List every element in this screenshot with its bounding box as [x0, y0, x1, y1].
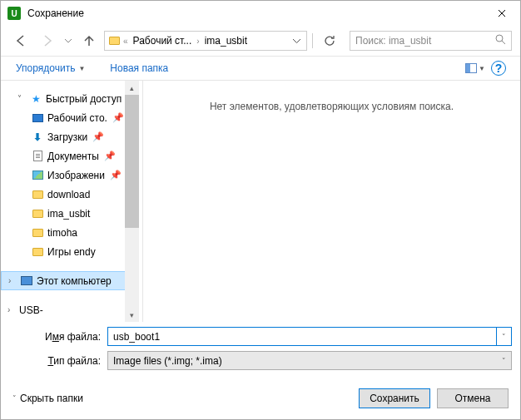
folder-icon	[31, 226, 44, 240]
tree-scrollbar[interactable]: ▴ ▾	[125, 81, 139, 322]
help-button[interactable]: ?	[487, 58, 510, 78]
expand-icon[interactable]: ›	[8, 276, 17, 285]
body: ˅ ★ Быстрый доступ Рабочий сто.📌⬇Загрузк…	[1, 81, 520, 322]
breadcrumb-prefix[interactable]: «	[122, 37, 130, 46]
pc-icon	[20, 274, 33, 288]
tree-quick-access[interactable]: ˅ ★ Быстрый доступ	[1, 89, 139, 108]
star-icon: ★	[29, 92, 42, 106]
arrow-left-icon	[14, 34, 27, 47]
filetype-label: Тип файла:	[9, 355, 107, 367]
expand-icon[interactable]: ›	[7, 305, 16, 314]
tree-item-label: Рабочий сто.	[47, 112, 107, 124]
tree-item[interactable]: ima_usbit	[1, 204, 139, 223]
download-icon: ⬇	[31, 131, 44, 144]
tree-label: USB-	[19, 304, 43, 316]
tree-item-label: ima_usbit	[47, 208, 90, 220]
back-button[interactable]	[9, 29, 32, 52]
tree-item[interactable]: download	[1, 185, 139, 204]
tree-this-pc[interactable]: › Этот компьютер	[1, 271, 139, 290]
hide-folders-button[interactable]: ˅ Скрыть папки	[12, 393, 83, 404]
tree-item-label: Документы	[47, 151, 99, 162]
tree-item[interactable]: Рабочий сто.📌	[1, 108, 139, 127]
tree-item-label: timoha	[47, 227, 77, 239]
tree-item[interactable]: Документы📌	[1, 146, 139, 166]
scroll-track[interactable]	[125, 95, 139, 308]
toolbar: Упорядочить ▼ Новая папка ▼ ?	[1, 56, 520, 81]
new-folder-button[interactable]: Новая папка	[105, 59, 173, 77]
pin-icon: 📌	[104, 151, 116, 161]
file-list[interactable]: Нет элементов, удовлетворяющих условиям …	[142, 81, 520, 322]
chevron-down-icon	[65, 39, 72, 43]
tree-item-label: Игры endy	[47, 246, 96, 258]
search-icon	[492, 34, 506, 47]
chevron-down-icon: ˅	[12, 394, 17, 403]
address-dropdown[interactable]	[288, 39, 305, 43]
search-box[interactable]: Поиск: ima_usbit	[350, 31, 512, 51]
scroll-down-button[interactable]: ▾	[125, 308, 139, 322]
tree-item[interactable]: timoha	[1, 223, 139, 242]
app-icon: U	[7, 7, 21, 20]
forward-button[interactable]	[36, 29, 59, 52]
tree-label: Быстрый доступ	[46, 93, 122, 105]
tree-item-label: Загрузки	[47, 131, 87, 143]
address-bar[interactable]: « Рабочий ст... › ima_usbit	[104, 31, 307, 51]
doc-icon	[31, 150, 44, 163]
cancel-button[interactable]: Отмена	[437, 388, 509, 408]
svg-point-0	[496, 35, 503, 42]
chevron-down-icon	[293, 39, 300, 43]
window-title: Сохранение	[27, 7, 483, 19]
breadcrumb-chevron[interactable]: ›	[195, 37, 201, 46]
tree-usb[interactable]: › USB-	[1, 300, 139, 319]
collapse-icon[interactable]: ˅	[17, 94, 26, 103]
tree-item-label: download	[47, 189, 90, 200]
save-button[interactable]: Сохранить	[359, 388, 430, 408]
view-button[interactable]: ▼	[464, 58, 487, 78]
chevron-down-icon: ˅	[502, 357, 506, 365]
tree-item[interactable]: Изображени📌	[1, 166, 139, 185]
history-dropdown[interactable]	[62, 39, 74, 43]
up-button[interactable]	[77, 29, 101, 52]
help-icon: ?	[491, 61, 506, 76]
empty-message: Нет элементов, удовлетворяющих условиям …	[210, 101, 454, 322]
close-button[interactable]	[483, 1, 520, 26]
img-icon	[31, 169, 44, 182]
chevron-down-icon: ▼	[78, 65, 85, 72]
filetype-value: Image files (*.img; *.ima)	[113, 355, 502, 367]
scroll-up-button[interactable]: ▴	[125, 81, 139, 95]
view-icon	[465, 63, 477, 73]
breadcrumb-item[interactable]: Рабочий ст...	[130, 35, 196, 47]
chevron-down-icon: ▼	[479, 65, 485, 72]
breadcrumb-item[interactable]: ima_usbit	[201, 35, 251, 47]
folder-icon	[107, 33, 122, 48]
tree-item[interactable]: ⬇Загрузки📌	[1, 127, 139, 146]
tree-item-label: Изображени	[47, 170, 105, 181]
refresh-button[interactable]	[318, 29, 341, 52]
desktop-icon	[31, 111, 44, 125]
fields: Имя файла: ˅ Тип файла: Image files (*.i…	[1, 322, 520, 378]
footer: ˅ Скрыть папки Сохранить Отмена	[1, 378, 520, 420]
scroll-thumb[interactable]	[125, 95, 139, 228]
hide-folders-label: Скрыть папки	[20, 393, 83, 404]
close-icon	[498, 9, 506, 17]
folder-icon	[31, 188, 44, 201]
nav-row: « Рабочий ст... › ima_usbit Поиск: ima_u…	[1, 26, 520, 56]
folder-icon	[31, 245, 44, 259]
folder-icon	[31, 207, 44, 220]
arrow-right-icon	[41, 34, 54, 47]
organize-label: Упорядочить	[16, 62, 75, 74]
pin-icon: 📌	[110, 170, 122, 180]
tree-item[interactable]: Игры endy	[1, 242, 139, 261]
filename-label: Имя файла:	[9, 331, 107, 343]
pin-icon: 📌	[92, 131, 104, 142]
pin-icon: 📌	[112, 112, 124, 123]
titlebar: U Сохранение	[1, 1, 520, 26]
filetype-combo[interactable]: Image files (*.img; *.ima) ˅	[107, 351, 512, 370]
new-folder-label: Новая папка	[110, 62, 168, 74]
arrow-up-icon	[82, 34, 96, 47]
nav-tree[interactable]: ˅ ★ Быстрый доступ Рабочий сто.📌⬇Загрузк…	[1, 81, 139, 322]
refresh-icon	[324, 35, 335, 47]
search-placeholder: Поиск: ima_usbit	[355, 35, 492, 47]
organize-button[interactable]: Упорядочить ▼	[11, 59, 90, 77]
filename-dropdown[interactable]: ˅	[497, 327, 512, 346]
filename-input[interactable]	[107, 327, 497, 346]
